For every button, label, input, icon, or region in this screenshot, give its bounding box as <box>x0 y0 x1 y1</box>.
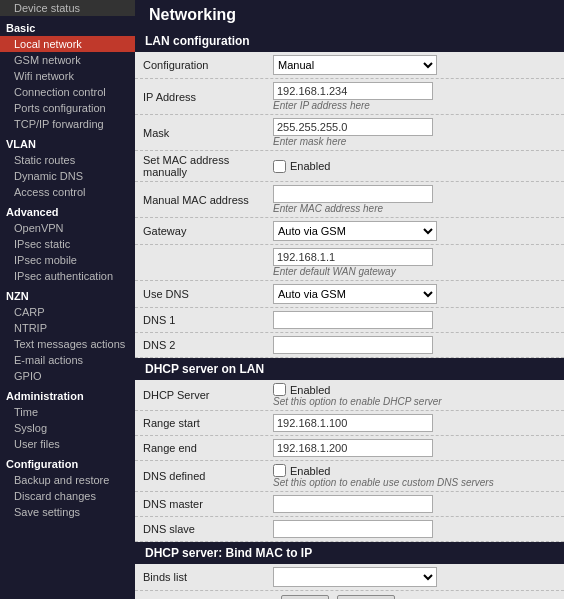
dns2-row: DNS 2 <box>135 333 564 358</box>
dns-slave-label: DNS slave <box>143 523 273 535</box>
range-end-label: Range end <box>143 442 273 454</box>
dns2-input[interactable] <box>273 336 433 354</box>
sidebar-section-vlan: VLAN <box>0 134 135 152</box>
use-dns-row: Use DNS Auto via GSM Manual <box>135 281 564 308</box>
dhcp-server-enabled-label: Enabled <box>290 384 330 396</box>
dns-master-input[interactable] <box>273 495 433 513</box>
set-mac-row: Set MAC address manually Enabled <box>135 151 564 182</box>
set-mac-checkbox[interactable] <box>273 160 286 173</box>
gateway-ip-row: Enter default WAN gateway <box>135 245 564 281</box>
binds-list-row: Binds list <box>135 564 564 591</box>
sidebar-item-local-network[interactable]: Local network <box>0 36 135 52</box>
sidebar-item-wifi-network[interactable]: Wifi network <box>0 68 135 84</box>
sidebar-item-connection-control[interactable]: Connection control <box>0 84 135 100</box>
sidebar-item-openvpn[interactable]: OpenVPN <box>0 220 135 236</box>
sidebar-item-device-status[interactable]: Device status <box>0 0 135 16</box>
range-start-input[interactable] <box>273 414 433 432</box>
config-row: Configuration Manual DHCP <box>135 52 564 79</box>
set-mac-enabled-label: Enabled <box>290 160 330 172</box>
sidebar-item-tcpip-forwarding[interactable]: TCP/IP forwarding <box>0 116 135 132</box>
range-start-label: Range start <box>143 417 273 429</box>
sidebar-item-email-actions[interactable]: E-mail actions <box>0 352 135 368</box>
range-end-row: Range end <box>135 436 564 461</box>
dns-slave-input[interactable] <box>273 520 433 538</box>
ip-address-hint: Enter IP address here <box>273 100 556 111</box>
dhcp-server-row: DHCP Server Enabled Set this option to e… <box>135 380 564 411</box>
mask-row: Mask Enter mask here <box>135 115 564 151</box>
sidebar-item-ipsec-static[interactable]: IPsec static <box>0 236 135 252</box>
page-title: Networking <box>135 0 564 30</box>
sidebar-item-access-control[interactable]: Access control <box>0 184 135 200</box>
sidebar-item-ntrip[interactable]: NTRIP <box>0 320 135 336</box>
dns-defined-checkbox[interactable] <box>273 464 286 477</box>
config-select[interactable]: Manual DHCP <box>273 55 437 75</box>
sidebar: Device status Basic Local network GSM ne… <box>0 0 135 599</box>
sidebar-item-ipsec-mobile[interactable]: IPsec mobile <box>0 252 135 268</box>
sidebar-item-user-files[interactable]: User files <box>0 436 135 452</box>
dhcp-server-hint: Set this option to enable DHCP server <box>273 396 556 407</box>
manual-mac-row: Manual MAC address Enter MAC address her… <box>135 182 564 218</box>
manual-mac-input[interactable] <box>273 185 433 203</box>
manual-mac-hint: Enter MAC address here <box>273 203 556 214</box>
dns-defined-row: DNS defined Enabled Set this option to e… <box>135 461 564 492</box>
gateway-label: Gateway <box>143 225 273 237</box>
binds-list-select[interactable] <box>273 567 437 587</box>
dns1-input[interactable] <box>273 311 433 329</box>
sidebar-item-gsm-network[interactable]: GSM network <box>0 52 135 68</box>
sidebar-item-discard-changes[interactable]: Discard changes <box>0 488 135 504</box>
mask-input[interactable] <box>273 118 433 136</box>
sidebar-item-syslog[interactable]: Syslog <box>0 420 135 436</box>
range-end-input[interactable] <box>273 439 433 457</box>
bind-buttons-row: New Delete <box>135 591 564 599</box>
use-dns-label: Use DNS <box>143 288 273 300</box>
gateway-ip-hint: Enter default WAN gateway <box>273 266 556 277</box>
dns1-label: DNS 1 <box>143 314 273 326</box>
new-button[interactable]: New <box>281 595 329 599</box>
sidebar-item-dynamic-dns[interactable]: Dynamic DNS <box>0 168 135 184</box>
sidebar-section-configuration: Configuration <box>0 454 135 472</box>
dhcp-server-label: DHCP Server <box>143 389 273 401</box>
lan-section-header: LAN configuration <box>135 30 564 52</box>
ip-address-input[interactable] <box>273 82 433 100</box>
gateway-ip-input[interactable] <box>273 248 433 266</box>
sidebar-section-advanced: Advanced <box>0 202 135 220</box>
sidebar-section-administration: Administration <box>0 386 135 404</box>
main-content: Networking LAN configuration Configurati… <box>135 0 564 599</box>
dns-master-label: DNS master <box>143 498 273 510</box>
gateway-row: Gateway Auto via GSM Manual <box>135 218 564 245</box>
sidebar-item-static-routes[interactable]: Static routes <box>0 152 135 168</box>
sidebar-section-basic: Basic <box>0 18 135 36</box>
dns-master-row: DNS master <box>135 492 564 517</box>
gateway-select[interactable]: Auto via GSM Manual <box>273 221 437 241</box>
sidebar-item-save-settings[interactable]: Save settings <box>0 504 135 520</box>
sidebar-item-carp[interactable]: CARP <box>0 304 135 320</box>
dns-defined-label: DNS defined <box>143 470 273 482</box>
manual-mac-label: Manual MAC address <box>143 194 273 206</box>
dns-slave-row: DNS slave <box>135 517 564 542</box>
ip-address-label: IP Address <box>143 91 273 103</box>
set-mac-label: Set MAC address manually <box>143 154 273 178</box>
sidebar-item-ports-configuration[interactable]: Ports configuration <box>0 100 135 116</box>
use-dns-select[interactable]: Auto via GSM Manual <box>273 284 437 304</box>
sidebar-section-nzn: NZN <box>0 286 135 304</box>
delete-button[interactable]: Delete <box>337 595 395 599</box>
range-start-row: Range start <box>135 411 564 436</box>
dns-defined-enabled-label: Enabled <box>290 465 330 477</box>
sidebar-item-ipsec-auth[interactable]: IPsec authentication <box>0 268 135 284</box>
sidebar-item-backup-restore[interactable]: Backup and restore <box>0 472 135 488</box>
dns2-label: DNS 2 <box>143 339 273 351</box>
dns-defined-hint: Set this option to enable use custom DNS… <box>273 477 556 488</box>
sidebar-item-text-messages[interactable]: Text messages actions <box>0 336 135 352</box>
ip-address-row: IP Address Enter IP address here <box>135 79 564 115</box>
binds-list-label: Binds list <box>143 571 273 583</box>
config-label: Configuration <box>143 59 273 71</box>
sidebar-item-time[interactable]: Time <box>0 404 135 420</box>
dns1-row: DNS 1 <box>135 308 564 333</box>
sidebar-item-gpio[interactable]: GPIO <box>0 368 135 384</box>
dhcp-bind-section-header: DHCP server: Bind MAC to IP <box>135 542 564 564</box>
dhcp-server-checkbox[interactable] <box>273 383 286 396</box>
mask-label: Mask <box>143 127 273 139</box>
dhcp-section-header: DHCP server on LAN <box>135 358 564 380</box>
mask-hint: Enter mask here <box>273 136 556 147</box>
